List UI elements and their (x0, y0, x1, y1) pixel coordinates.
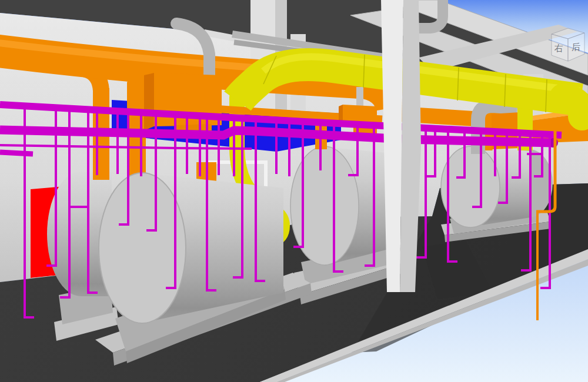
tank-right[interactable] (441, 146, 553, 242)
viewcube[interactable]: 右 后 (547, 25, 588, 69)
tank-b-cap[interactable] (99, 173, 186, 323)
foreground-column[interactable] (381, 0, 421, 292)
tank-d-cap[interactable] (441, 146, 500, 227)
3d-model-viewport[interactable]: 右 后 (0, 0, 588, 382)
viewcube-right-label[interactable]: 右 (554, 43, 563, 53)
scene-render (0, 0, 588, 382)
magenta-stub-left (0, 152, 33, 154)
ahu-box-left-face (144, 73, 154, 130)
viewcube-back-label[interactable]: 后 (572, 42, 580, 52)
